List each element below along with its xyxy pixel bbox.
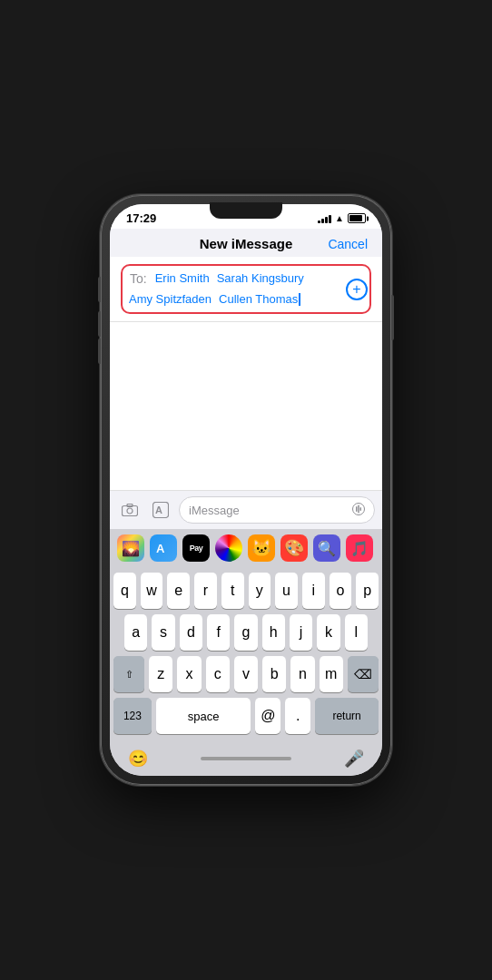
- key-m[interactable]: m: [320, 656, 343, 692]
- battery-fill: [349, 215, 362, 221]
- key-g[interactable]: g: [234, 614, 257, 651]
- key-o[interactable]: o: [330, 573, 352, 609]
- key-v[interactable]: v: [234, 656, 258, 692]
- key-x[interactable]: x: [177, 656, 201, 692]
- input-bar: A iMessage: [110, 490, 382, 529]
- phone-frame: 17:29 ▲ New iMessage Cancel: [101, 195, 391, 785]
- key-b[interactable]: b: [262, 656, 286, 692]
- key-i[interactable]: i: [302, 573, 325, 609]
- to-field-container: To: Erin Smith Sarah Kingsbury Amy Spitz…: [110, 257, 382, 322]
- svg-rect-8: [360, 507, 362, 511]
- key-d[interactable]: d: [180, 614, 202, 651]
- key-p[interactable]: p: [356, 573, 379, 609]
- keyboard-row-2: a s d f g h j k l: [113, 614, 379, 651]
- key-h[interactable]: h: [262, 614, 285, 651]
- key-t[interactable]: t: [221, 573, 244, 609]
- svg-text:A: A: [155, 505, 162, 515]
- battery-icon: [348, 213, 366, 223]
- to-label: To:: [126, 270, 151, 288]
- typing-text: Cullen Thomas: [216, 290, 303, 308]
- delete-key[interactable]: ⌫: [348, 656, 379, 692]
- keyboard-row-3: ⇧ z x c v b n m ⌫: [113, 656, 379, 692]
- keyboard-row-4: 123 space @ . return: [113, 698, 379, 734]
- camera-button[interactable]: [117, 497, 143, 523]
- key-e[interactable]: e: [167, 573, 190, 609]
- at-key[interactable]: @: [255, 698, 280, 734]
- key-q[interactable]: q: [113, 573, 136, 609]
- appstore-app-icon[interactable]: A: [150, 534, 177, 562]
- app-strip: 🌄 A Pay 🐱 🎨 🔍 🎵: [110, 529, 382, 567]
- recipient-erin-smith[interactable]: Erin Smith: [153, 270, 212, 287]
- appstore-button[interactable]: A: [148, 497, 173, 523]
- imessage-input[interactable]: iMessage: [179, 496, 375, 524]
- memoji-app-icon[interactable]: [215, 534, 242, 562]
- keyboard: q w e r t y u i o p a s d f g h j k: [110, 567, 382, 745]
- key-w[interactable]: w: [141, 573, 163, 609]
- recipient-amy-spitzfaden[interactable]: Amy Spitzfaden: [126, 290, 214, 308]
- svg-rect-6: [356, 506, 358, 512]
- key-y[interactable]: y: [249, 573, 271, 609]
- applepay-app-icon[interactable]: Pay: [182, 534, 210, 562]
- stickers-app-icon[interactable]: 🎨: [280, 534, 308, 562]
- cancel-button[interactable]: Cancel: [328, 237, 368, 251]
- imessage-placeholder: iMessage: [189, 504, 240, 517]
- key-f[interactable]: f: [207, 614, 230, 651]
- key-k[interactable]: k: [317, 614, 339, 651]
- nav-bar: New iMessage Cancel: [110, 229, 382, 257]
- nav-title: New iMessage: [200, 236, 293, 251]
- key-r[interactable]: r: [194, 573, 217, 609]
- text-cursor: [299, 293, 300, 306]
- svg-rect-7: [358, 505, 359, 513]
- space-key[interactable]: space: [156, 698, 251, 734]
- status-time: 17:29: [126, 211, 156, 225]
- recipient-sarah-kingsbury[interactable]: Sarah Kingsbury: [214, 270, 307, 287]
- photos-app-icon[interactable]: 🌄: [117, 534, 144, 562]
- search-app-icon[interactable]: 🔍: [313, 534, 340, 562]
- key-l[interactable]: l: [345, 614, 368, 651]
- key-c[interactable]: c: [206, 656, 230, 692]
- notch: [210, 202, 282, 219]
- key-j[interactable]: j: [290, 614, 312, 651]
- svg-point-1: [127, 508, 133, 514]
- wifi-icon: ▲: [335, 213, 344, 223]
- shift-key[interactable]: ⇧: [113, 656, 144, 692]
- numbers-key[interactable]: 123: [113, 698, 152, 734]
- status-icons: ▲: [318, 213, 366, 223]
- audio-icon: [352, 503, 365, 518]
- home-indicator: [201, 757, 291, 760]
- key-s[interactable]: s: [152, 614, 174, 651]
- svg-text:A: A: [156, 542, 165, 555]
- period-key[interactable]: .: [285, 698, 310, 734]
- emoji-button[interactable]: 😊: [128, 749, 148, 769]
- return-key[interactable]: return: [315, 698, 379, 734]
- keyboard-row-1: q w e r t y u i o p: [113, 573, 379, 609]
- animoji-app-icon[interactable]: 🐱: [248, 534, 275, 562]
- to-field[interactable]: To: Erin Smith Sarah Kingsbury Amy Spitz…: [121, 264, 371, 314]
- signal-icon: [318, 214, 331, 223]
- key-z[interactable]: z: [149, 656, 172, 692]
- music-app-icon[interactable]: 🎵: [346, 534, 373, 562]
- svg-rect-0: [123, 506, 138, 516]
- key-u[interactable]: u: [275, 573, 298, 609]
- message-area[interactable]: [110, 322, 382, 490]
- phone-screen: 17:29 ▲ New iMessage Cancel: [110, 204, 382, 776]
- key-a[interactable]: a: [124, 614, 147, 651]
- mic-button[interactable]: 🎤: [344, 749, 364, 769]
- add-recipient-button[interactable]: +: [346, 279, 368, 300]
- key-n[interactable]: n: [290, 656, 314, 692]
- bottom-bar: 😊 🎤: [110, 745, 382, 776]
